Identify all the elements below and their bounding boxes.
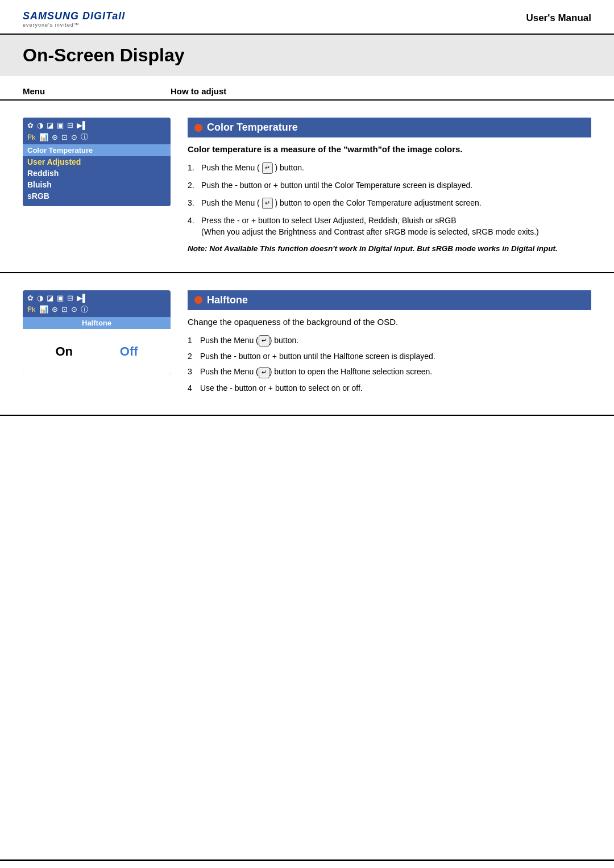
logo-area: SAMSUNG DIGITall everyone's invited™ bbox=[23, 10, 125, 28]
manual-title: User's Manual bbox=[526, 10, 591, 24]
bar-icon: 📊 bbox=[39, 133, 48, 141]
ht-step-1: 1 Push the Menu (↵) button. bbox=[188, 335, 591, 347]
ht-advance-icon: ▶▌ bbox=[77, 294, 88, 302]
ht-step-2: 2 Push the - button or + button until th… bbox=[188, 350, 591, 362]
color-temp-steps: 1. Push the Menu ( ↵ ) button. 2. Push t… bbox=[188, 162, 591, 237]
ht-sun-icon: ✿ bbox=[27, 294, 34, 302]
step-1-text: Push the Menu ( ↵ ) button. bbox=[201, 162, 304, 174]
square-icon: ⊡ bbox=[61, 133, 68, 141]
step-3-text: Push the Menu ( ↵ ) button to open the C… bbox=[201, 197, 482, 209]
header: SAMSUNG DIGITall everyone's invited™ Use… bbox=[0, 0, 614, 35]
ht-step-4-text: Use the - button or + button to select o… bbox=[200, 382, 363, 394]
ht-square-icon: ⊡ bbox=[61, 305, 68, 314]
step-2: 2. Push the - button or + button until t… bbox=[188, 180, 591, 191]
halftone-off-label: Off bbox=[120, 344, 138, 359]
step-4-text: Press the - or + button to select User A… bbox=[201, 215, 539, 238]
ht-step-2-num: 2 bbox=[188, 350, 197, 362]
ht-step-2-text: Push the - button or + button until the … bbox=[200, 350, 435, 362]
footer bbox=[0, 859, 614, 868]
info-icon: ⓘ bbox=[81, 132, 88, 142]
page: SAMSUNG DIGITall everyone's invited™ Use… bbox=[0, 0, 614, 868]
clock-icon: ⊙ bbox=[71, 133, 77, 141]
step-4-num: 4. bbox=[188, 215, 198, 238]
halftone-menu-panel: ✿ ◑ ◪ ▣ ⊟ ▶▌ Ᵽk 📊 ⊛ ⊡ ⊙ ⓘ Halftone On Of… bbox=[23, 290, 171, 374]
col-menu-label: Menu bbox=[23, 86, 171, 96]
step-2-num: 2. bbox=[188, 180, 198, 191]
advance-icon: ▶▌ bbox=[77, 121, 88, 130]
samsung-logo: SAMSUNG DIGITall bbox=[23, 10, 125, 22]
ht-contrast-icon: ◑ bbox=[37, 294, 43, 302]
step-1: 1. Push the Menu ( ↵ ) button. bbox=[188, 162, 591, 174]
color-temp-note: Note: Not Available This function doesn'… bbox=[188, 243, 591, 254]
screen-icon: ▣ bbox=[57, 121, 64, 130]
ht-settings-icon: ⊛ bbox=[52, 305, 58, 314]
save-icon: ⊟ bbox=[67, 121, 73, 130]
halftone-icons-row1: ✿ ◑ ◪ ▣ ⊟ ▶▌ bbox=[23, 290, 171, 303]
halftone-heading: Halftone bbox=[188, 290, 591, 310]
color-temp-howto: Color Temperature Color temperature is a… bbox=[188, 118, 591, 255]
ht-step-4: 4 Use the - button or + button to select… bbox=[188, 382, 591, 394]
reddish-item: Reddish bbox=[23, 168, 171, 179]
user-adjusted-item: User Adjusted bbox=[23, 156, 171, 168]
halftone-options: On Off bbox=[23, 329, 171, 374]
halftone-steps: 1 Push the Menu (↵) button. 2 Push the -… bbox=[188, 335, 591, 394]
ht-step-3: 3 Push the Menu (↵) button to open the H… bbox=[188, 366, 591, 378]
color-temp-menu-panel: ✿ ◑ ◪ ▣ ⊟ ▶▌ Ᵽk 📊 ⊛ ⊡ ⊙ ⓘ Color Temperat… bbox=[23, 118, 171, 206]
step-4: 4. Press the - or + button to select Use… bbox=[188, 215, 591, 238]
ht-menu-btn-1: ↵ bbox=[259, 335, 269, 347]
column-headers: Menu How to adjust bbox=[0, 76, 614, 101]
halftone-on-label: On bbox=[55, 344, 73, 359]
picture-icon: ◪ bbox=[47, 121, 53, 130]
color-temp-intro: Color temperature is a measure of the "w… bbox=[188, 144, 591, 154]
menu-icons-row1: ✿ ◑ ◪ ▣ ⊟ ▶▌ bbox=[23, 118, 171, 131]
halftone-selected: Halftone bbox=[23, 317, 171, 329]
halftone-bullet bbox=[194, 296, 202, 304]
ht-step-3-text: Push the Menu (↵) button to open the Hal… bbox=[200, 366, 432, 378]
color-temp-selected: Color Temperature bbox=[23, 144, 171, 156]
ht-bar-icon: 📊 bbox=[39, 305, 48, 314]
ht-color-k-icon: Ᵽk bbox=[27, 305, 36, 314]
menu-btn-icon-1: ↵ bbox=[262, 162, 273, 174]
heading-bullet bbox=[194, 124, 202, 132]
halftone-icons-row2: Ᵽk 📊 ⊛ ⊡ ⊙ ⓘ bbox=[23, 303, 171, 317]
srgb-item: sRGB bbox=[23, 190, 171, 202]
step-1-num: 1. bbox=[188, 162, 198, 174]
color-temp-heading: Color Temperature bbox=[188, 118, 591, 137]
sun-icon: ✿ bbox=[27, 121, 34, 130]
ht-step-4-num: 4 bbox=[188, 382, 197, 394]
step-3: 3. Push the Menu ( ↵ ) button to open th… bbox=[188, 197, 591, 209]
ht-info-icon: ⓘ bbox=[81, 304, 88, 315]
ht-clock-icon: ⊙ bbox=[71, 305, 77, 314]
page-title: On-Screen Display bbox=[23, 45, 591, 66]
menu-icons-row2: Ᵽk 📊 ⊛ ⊡ ⊙ ⓘ bbox=[23, 131, 171, 144]
col-how-label: How to adjust bbox=[171, 86, 591, 96]
ht-picture-icon: ◪ bbox=[47, 294, 53, 302]
step-3-num: 3. bbox=[188, 197, 198, 209]
color-k-icon: Ᵽk bbox=[27, 133, 36, 141]
halftone-intro: Change the opaqueness of the background … bbox=[188, 317, 591, 327]
ht-step-1-text: Push the Menu (↵) button. bbox=[200, 335, 298, 347]
page-title-area: On-Screen Display bbox=[0, 35, 614, 76]
settings-icon: ⊛ bbox=[52, 133, 58, 141]
ht-save-icon: ⊟ bbox=[67, 294, 73, 302]
section-halftone: ✿ ◑ ◪ ▣ ⊟ ▶▌ Ᵽk 📊 ⊛ ⊡ ⊙ ⓘ Halftone On Of… bbox=[0, 273, 614, 416]
step-2-text: Push the - button or + button until the … bbox=[201, 180, 472, 191]
logo-tagline: everyone's invited™ bbox=[23, 22, 125, 28]
bluish-item: Bluish bbox=[23, 179, 171, 190]
heading-text: Color Temperature bbox=[207, 122, 298, 133]
ht-step-3-num: 3 bbox=[188, 366, 197, 378]
menu-btn-icon-2: ↵ bbox=[262, 198, 273, 209]
halftone-howto: Halftone Change the opaqueness of the ba… bbox=[188, 290, 591, 398]
halftone-heading-text: Halftone bbox=[207, 294, 248, 306]
ht-menu-btn-2: ↵ bbox=[259, 367, 269, 378]
ht-screen-icon: ▣ bbox=[57, 294, 64, 302]
contrast-icon: ◑ bbox=[37, 121, 43, 130]
ht-step-1-num: 1 bbox=[188, 335, 197, 347]
section-color-temperature: ✿ ◑ ◪ ▣ ⊟ ▶▌ Ᵽk 📊 ⊛ ⊡ ⊙ ⓘ Color Temperat… bbox=[0, 101, 614, 273]
